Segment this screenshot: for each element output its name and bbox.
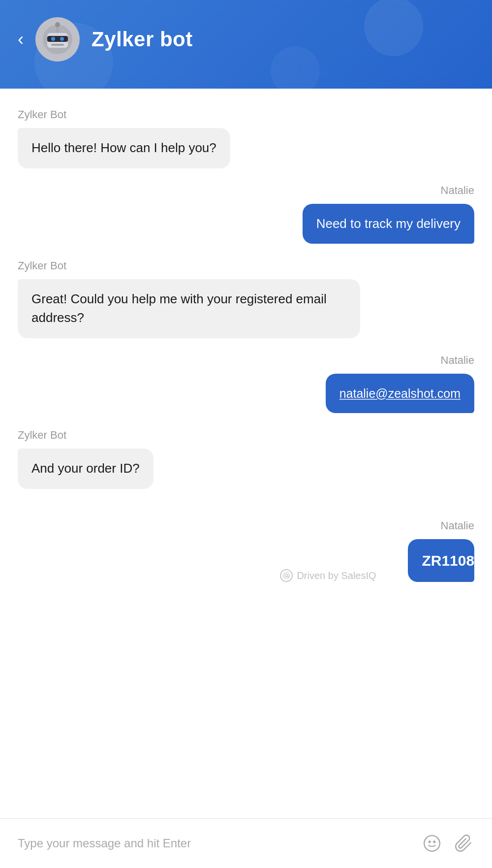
bot-avatar-icon (40, 22, 75, 57)
emoji-button[interactable] (421, 833, 443, 854)
watermark-user-row: Driven by SalesIQ Natalie ZR11080 (18, 519, 474, 582)
salesiq-logo-icon (280, 569, 293, 582)
bot-avatar (35, 17, 80, 62)
chat-header: ‹ Zylker bot (0, 0, 492, 89)
message-group-user-3: Natalie ZR11080 (386, 519, 474, 582)
message-group-user-1: Natalie Need to track my delivery (18, 184, 474, 244)
message-bubble-bot-3: And your order ID? (18, 449, 154, 489)
chat-title: Zylker bot (92, 28, 193, 51)
message-bubble-user-2: natalie@zealshot.com (326, 374, 474, 413)
message-group-bot-3: Zylker Bot And your order ID? (18, 429, 474, 489)
message-group-bot-2: Zylker Bot Great! Could you help me with… (18, 259, 474, 338)
sender-label: Natalie (441, 354, 474, 367)
svg-point-3 (51, 37, 55, 41)
message-group-bot-1: Zylker Bot Hello there! How can I help y… (18, 108, 474, 168)
footer-icons (421, 833, 474, 854)
back-button[interactable]: ‹ (18, 31, 24, 48)
driven-by-watermark: Driven by SalesIQ (280, 569, 376, 582)
svg-point-7 (55, 22, 60, 27)
message-input-area[interactable]: Type your message and hit Enter (18, 836, 421, 850)
svg-point-9 (283, 573, 290, 579)
sender-label: Zylker Bot (18, 108, 66, 121)
email-text: natalie@zealshot.com (339, 386, 461, 400)
emoji-icon (423, 834, 441, 853)
sender-label: Natalie (441, 519, 474, 532)
message-group-user-2: Natalie natalie@zealshot.com (18, 354, 474, 413)
svg-rect-5 (51, 44, 64, 46)
attach-button[interactable] (453, 833, 474, 854)
chat-messages-area: Zylker Bot Hello there! How can I help y… (0, 89, 492, 818)
bot-avatar-wrapper (35, 17, 80, 62)
sender-label: Zylker Bot (18, 259, 66, 272)
message-bubble-bot-2: Great! Could you help me with your regis… (18, 279, 360, 338)
message-bubble-user-1: Need to track my delivery (303, 204, 474, 244)
message-bubble-bot-1: Hello there! How can I help you? (18, 128, 230, 168)
sender-label: Zylker Bot (18, 429, 66, 442)
svg-point-10 (424, 836, 440, 851)
chat-footer: Type your message and hit Enter (0, 818, 492, 868)
svg-point-8 (285, 574, 288, 577)
message-bubble-user-3: ZR11080 (408, 539, 474, 582)
svg-point-4 (60, 37, 64, 41)
svg-point-12 (433, 841, 435, 843)
sender-label: Natalie (441, 184, 474, 197)
salesiq-at-icon (282, 572, 290, 579)
attach-icon (454, 834, 473, 853)
driven-by-text: Driven by SalesIQ (297, 570, 376, 581)
svg-point-11 (429, 841, 430, 843)
message-input-placeholder[interactable]: Type your message and hit Enter (18, 836, 191, 850)
svg-rect-2 (47, 36, 68, 42)
